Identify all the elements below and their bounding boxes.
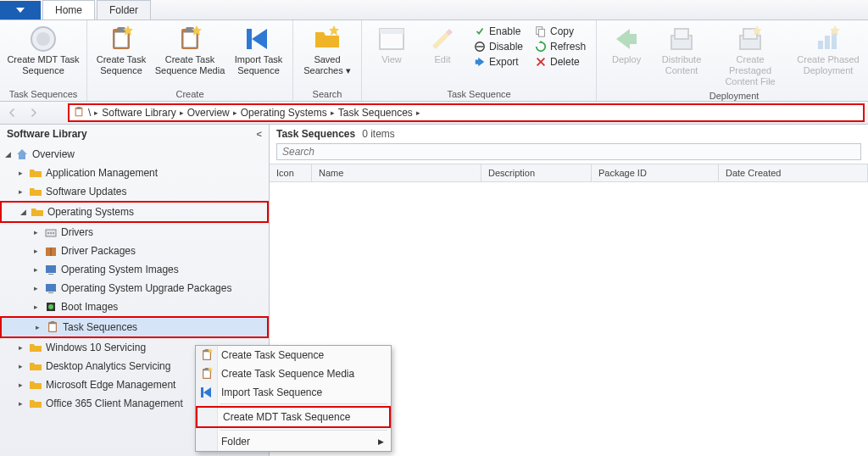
tree-item-label: Overview	[32, 147, 75, 162]
tree-item-boot-images[interactable]: ▸Boot Images	[0, 298, 269, 316]
breadcrumb-software-library[interactable]: Software Library	[102, 107, 175, 119]
ribbon-group-search: Saved Searches ▾ Search	[293, 20, 362, 101]
tree-item-label: Desktop Analytics Servicing	[46, 359, 170, 374]
context-menu-import-task-sequence[interactable]: Import Task Sequence	[196, 383, 391, 402]
expander-icon[interactable]: ◢	[5, 147, 15, 162]
expander-icon[interactable]: ▸	[19, 184, 29, 199]
sidebar-header: Software Library <	[0, 125, 269, 143]
import-task-sequence-button[interactable]: Import Task Sequence	[230, 22, 287, 80]
expander-icon[interactable]: ▸	[19, 340, 29, 355]
tree-item-operating-system-upgrade-packages[interactable]: ▸Operating System Upgrade Packages	[0, 279, 269, 298]
breadcrumb-root[interactable]: \	[88, 107, 91, 119]
tree-item-software-updates[interactable]: ▸Software Updates	[0, 182, 269, 201]
osimg-icon	[44, 281, 58, 295]
tree-item-overview[interactable]: ◢Overview	[0, 145, 269, 164]
expander-icon[interactable]: ▸	[34, 262, 44, 277]
breadcrumb-root-icon	[73, 106, 85, 120]
expander-icon[interactable]: ▸	[34, 225, 44, 240]
content-title: Task Sequences	[276, 128, 355, 140]
breadcrumb-operating-systems[interactable]: Operating Systems	[241, 107, 327, 119]
context-menu-label: Folder	[221, 436, 250, 448]
tab-strip: Home Folder	[0, 0, 868, 20]
create-prestaged-file-button[interactable]: Create Prestaged Content File	[712, 22, 788, 91]
tree-item-driver-packages[interactable]: ▸Driver Packages	[0, 242, 269, 260]
deploy-icon	[613, 25, 640, 53]
nav-back-button[interactable]	[3, 104, 22, 121]
tab-folder[interactable]: Folder	[97, 0, 151, 19]
tree-item-drivers[interactable]: ▸Drivers	[0, 223, 269, 242]
context-menu-create-task-sequence-media[interactable]: Create Task Sequence Media	[196, 364, 391, 383]
distribute-content-button[interactable]: Distribute Content	[653, 22, 710, 80]
expander-icon[interactable]: ▸	[19, 377, 29, 392]
mdt-icon	[30, 25, 57, 53]
refresh-button[interactable]: Refresh	[530, 39, 591, 54]
distribute-icon	[668, 25, 695, 53]
create-task-sequence-media-button[interactable]: Create Task Sequence Media	[152, 22, 228, 80]
tree-item-operating-system-images[interactable]: ▸Operating System Images	[0, 260, 269, 279]
expander-icon[interactable]: ▸	[34, 243, 44, 259]
nav-forward-button[interactable]	[24, 104, 42, 121]
column-name[interactable]: Name	[312, 164, 481, 181]
expander-icon[interactable]: ▸	[19, 359, 29, 374]
app-menu-dropdown[interactable]	[0, 1, 41, 19]
folder-icon	[29, 166, 42, 180]
tab-home[interactable]: Home	[42, 0, 95, 19]
svg-marker-42	[16, 8, 25, 13]
tree-item-label: Operating System Upgrade Packages	[61, 281, 231, 296]
column-package-id[interactable]: Package ID	[592, 164, 719, 181]
context-menu-label: Import Task Sequence	[221, 386, 322, 398]
submenu-arrow-icon: ▶	[378, 437, 384, 446]
context-menu-create-mdt-task-sequence[interactable]: Create MDT Task Sequence	[196, 406, 391, 428]
context-menu-folder[interactable]: Folder▶	[196, 432, 391, 451]
export-button[interactable]: Export	[469, 54, 528, 70]
import-icon	[245, 25, 272, 53]
create-mdt-task-sequence-button[interactable]: Create MDT Task Sequence	[5, 22, 81, 80]
expander-icon[interactable]: ▸	[19, 396, 29, 411]
copy-button[interactable]: Copy	[530, 24, 591, 39]
column-date-created[interactable]: Date Created	[719, 164, 868, 181]
saved-searches-button[interactable]: Saved Searches ▾	[298, 22, 356, 80]
ribbon-group-task-sequence: View Edit Enable Disable Export Copy Ref…	[362, 20, 597, 101]
folder-icon	[31, 205, 44, 219]
column-icon[interactable]: Icon	[270, 164, 312, 181]
clipboard-icon	[200, 367, 214, 381]
search-input[interactable]	[276, 143, 861, 160]
breadcrumb[interactable]: \ ▸ Software Library ▸ Overview ▸ Operat…	[68, 103, 865, 122]
disable-button[interactable]: Disable	[469, 39, 528, 54]
none-icon	[202, 410, 215, 424]
driver-icon	[44, 225, 58, 239]
none-icon	[200, 435, 214, 448]
column-description[interactable]: Description	[481, 164, 592, 181]
delete-icon	[535, 56, 547, 68]
copy-icon	[535, 25, 547, 37]
sidebar-collapse-button[interactable]: <	[257, 129, 262, 139]
expander-icon[interactable]: ▸	[34, 299, 44, 314]
create-phased-deployment-button[interactable]: Create Phased Deployment	[790, 22, 866, 80]
deploy-button[interactable]: Deploy	[602, 22, 651, 69]
tree-item-label: Application Management	[46, 165, 158, 181]
create-task-sequence-button[interactable]: Create Task Sequence	[92, 22, 150, 80]
breadcrumb-overview[interactable]: Overview	[187, 107, 230, 119]
export-icon	[474, 56, 486, 68]
enable-icon	[474, 25, 486, 37]
tree-item-operating-systems[interactable]: ◢Operating Systems	[0, 201, 269, 223]
view-button[interactable]: View	[367, 22, 416, 69]
edit-button[interactable]: Edit	[418, 22, 467, 69]
osimg-icon	[44, 263, 58, 276]
expander-icon[interactable]: ◢	[20, 204, 31, 220]
expander-icon[interactable]: ▸	[34, 281, 44, 296]
tree-item-application-management[interactable]: ▸Application Management	[0, 164, 269, 182]
breadcrumb-task-sequences[interactable]: Task Sequences	[338, 107, 413, 119]
expander-icon[interactable]: ▸	[19, 165, 29, 181]
tree-item-label: Microsoft Edge Management	[46, 377, 175, 392]
context-menu-create-task-sequence[interactable]: Create Task Sequence	[196, 346, 391, 364]
expander-icon[interactable]: ▸	[36, 320, 46, 335]
tree-item-task-sequences[interactable]: ▸Task Sequences	[0, 316, 269, 338]
ribbon-group-deployment: Deploy Distribute Content Create Prestag…	[597, 20, 868, 101]
content-header: Task Sequences 0 items	[270, 125, 868, 143]
delete-button[interactable]: Delete	[530, 54, 591, 70]
enable-button[interactable]: Enable	[469, 24, 528, 39]
tree-item-label: Software Updates	[46, 184, 126, 199]
edit-icon	[429, 25, 456, 53]
import-icon	[200, 386, 214, 399]
